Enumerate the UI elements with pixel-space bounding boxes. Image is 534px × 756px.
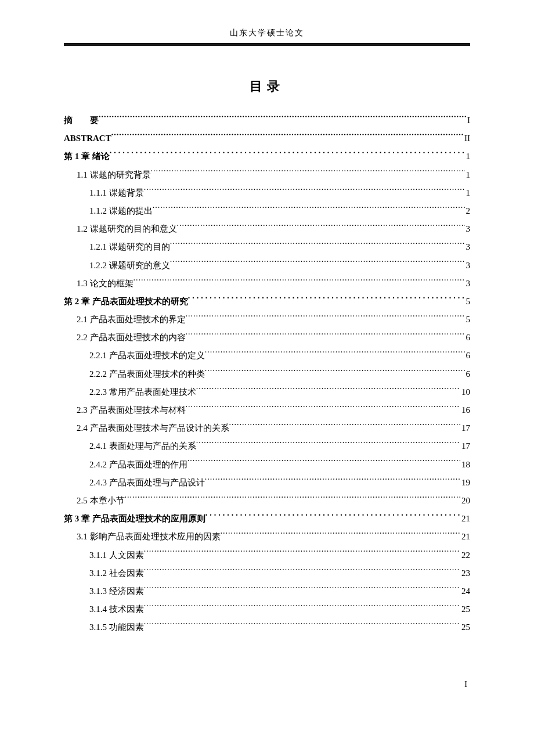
toc-leader xyxy=(144,187,465,196)
toc-leader xyxy=(196,440,460,449)
toc-entry: 2.2.2 产品表面处理技术的种类6 xyxy=(64,365,470,383)
toc-entry-page: 6 xyxy=(465,329,471,347)
toc-entry-page: 1 xyxy=(465,184,471,202)
toc-entry-page: 3 xyxy=(465,220,471,238)
toc-entry-label: 第 1 章 绪论 xyxy=(64,147,110,165)
toc-entry: 3.1.5 功能因素25 xyxy=(64,618,470,636)
toc-entry: 2.2 产品表面处理技术的内容6 xyxy=(64,329,470,347)
toc-entry: ABSTRACTII xyxy=(64,129,470,147)
toc-entry: 摘 要I xyxy=(64,111,470,129)
toc-leader xyxy=(125,495,461,503)
toc-entry-page: 6 xyxy=(465,365,471,383)
toc-leader xyxy=(144,549,460,558)
toc-entry-page: 21 xyxy=(460,510,470,528)
toc-entry-page: 25 xyxy=(460,600,470,618)
toc-entry-label: 2.2 产品表面处理技术的内容 xyxy=(77,329,186,347)
toc-entry-label: 第 3 章 产品表面处理技术的应用原则 xyxy=(64,510,205,528)
toc-entry: 1.2.2 课题研究的意义3 xyxy=(64,257,470,275)
toc-leader xyxy=(111,132,463,141)
toc-entry: 1.3 论文的框架3 xyxy=(64,275,470,293)
toc-entry: 2.3 产品表面处理技术与材料16 xyxy=(64,401,470,419)
toc-leader xyxy=(196,386,460,395)
page-header: 山东大学硕士论文 xyxy=(0,0,534,38)
toc-entry-label: 1.1.1 课题背景 xyxy=(89,184,144,202)
toc-leader xyxy=(186,404,461,413)
toc-entry-label: 2.2.2 产品表面处理技术的种类 xyxy=(89,365,205,383)
toc-entry-page: 1 xyxy=(465,147,471,165)
toc-entry-page: I xyxy=(466,111,470,129)
toc-container: 摘 要IABSTRACTII第 1 章 绪论11.1 课题的研究背景11.1.1… xyxy=(64,111,470,636)
toc-leader xyxy=(99,114,466,123)
toc-entry-page: II xyxy=(463,129,470,147)
toc-leader xyxy=(144,567,460,576)
toc-entry-page: 3 xyxy=(465,275,471,293)
toc-entry: 2.4 产品表面处理技术与产品设计的关系17 xyxy=(64,419,470,437)
toc-entry: 3.1.1 人文因素22 xyxy=(64,546,470,564)
toc-entry-page: 22 xyxy=(460,546,470,564)
toc-entry: 3.1 影响产品表面处理技术应用的因素21 xyxy=(64,528,470,546)
toc-entry: 第 1 章 绪论1 xyxy=(64,147,470,165)
toc-entry-label: 2.1 产品表面处理技术的界定 xyxy=(77,311,186,329)
toc-entry-label: 3.1.4 技术因素 xyxy=(89,600,144,618)
toc-entry: 2.1 产品表面处理技术的界定5 xyxy=(64,311,470,329)
toc-entry-page: 3 xyxy=(465,257,471,275)
toc-entry-page: 21 xyxy=(460,528,470,546)
toc-entry-page: 5 xyxy=(465,311,471,329)
toc-entry: 2.2.1 产品表面处理技术的定义6 xyxy=(64,347,470,365)
toc-leader xyxy=(144,585,460,594)
toc-entry: 3.1.2 社会因素23 xyxy=(64,564,470,582)
toc-entry-page: 24 xyxy=(460,582,470,600)
toc-entry: 3.1.4 技术因素25 xyxy=(64,600,470,618)
toc-entry-page: 17 xyxy=(460,419,470,437)
toc-entry: 1.1 课题的研究背景1 xyxy=(64,166,470,184)
toc-entry-label: 2.4.2 产品表面处理的作用 xyxy=(89,456,187,474)
toc-leader xyxy=(151,169,465,178)
toc-leader xyxy=(229,422,461,431)
toc-leader xyxy=(170,241,465,250)
toc-entry: 2.4.1 表面处理与产品的关系17 xyxy=(64,437,470,455)
toc-entry: 1.1.1 课题背景1 xyxy=(64,184,470,202)
toc-entry-label: 2.2.3 常用产品表面处理技术 xyxy=(89,383,196,401)
toc-entry-label: 2.4 产品表面处理技术与产品设计的关系 xyxy=(77,419,229,437)
toc-leader xyxy=(170,260,465,268)
toc-entry: 第 2 章 产品表面处理技术的研究5 xyxy=(64,293,470,311)
toc-entry: 2.2.3 常用产品表面处理技术10 xyxy=(64,383,470,401)
toc-leader xyxy=(177,223,465,232)
toc-entry: 1.2.1 课题研究的目的3 xyxy=(64,238,470,256)
header-rule xyxy=(64,43,470,46)
toc-entry-label: 1.3 论文的框架 xyxy=(77,275,134,293)
toc-entry: 第 3 章 产品表面处理技术的应用原则21 xyxy=(64,510,470,528)
toc-entry-label: 2.4.3 产品表面处理与产品设计 xyxy=(89,474,205,492)
toc-entry-label: 1.1.2 课题的提出 xyxy=(89,202,153,220)
toc-entry-label: 1.2 课题研究的目的和意义 xyxy=(77,220,177,238)
page-number: I xyxy=(464,680,467,689)
toc-entry-label: 1.1 课题的研究背景 xyxy=(77,166,151,184)
toc-entry-label: 2.4.1 表面处理与产品的关系 xyxy=(89,437,196,455)
toc-entry-page: 20 xyxy=(460,492,470,510)
toc-entry-label: 1.2.1 课题研究的目的 xyxy=(89,238,170,256)
toc-entry-page: 18 xyxy=(460,456,470,474)
toc-entry-label: 3.1.3 经济因素 xyxy=(89,582,144,600)
toc-entry-label: 3.1.5 功能因素 xyxy=(89,618,144,636)
toc-leader xyxy=(205,477,460,485)
toc-entry-label: 摘 要 xyxy=(64,111,99,129)
toc-entry-label: 2.5 本章小节 xyxy=(77,492,125,510)
toc-entry-label: 3.1 影响产品表面处理技术应用的因素 xyxy=(77,528,221,546)
toc-entry-label: 1.2.2 课题研究的意义 xyxy=(89,257,170,275)
toc-entry-label: 3.1.1 人文因素 xyxy=(89,546,144,564)
toc-leader xyxy=(144,603,460,612)
toc-title: 目录 xyxy=(0,78,534,95)
toc-entry: 3.1.3 经济因素24 xyxy=(64,582,470,600)
toc-entry: 1.2 课题研究的目的和意义3 xyxy=(64,220,470,238)
toc-entry-label: ABSTRACT xyxy=(64,129,111,147)
toc-leader xyxy=(221,531,461,539)
toc-entry-page: 16 xyxy=(460,401,470,419)
toc-entry-page: 19 xyxy=(460,474,470,492)
toc-leader xyxy=(205,368,465,377)
toc-leader xyxy=(186,332,465,340)
toc-entry-page: 1 xyxy=(465,166,471,184)
toc-leader xyxy=(110,150,465,159)
toc-entry: 1.1.2 课题的提出2 xyxy=(64,202,470,220)
toc-leader xyxy=(205,513,460,521)
toc-entry-page: 5 xyxy=(465,293,471,311)
